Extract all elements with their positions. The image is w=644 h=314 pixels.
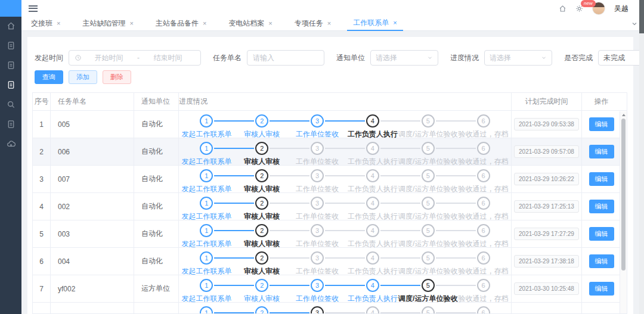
tab-2[interactable]: 主站备品备件×: [150, 17, 212, 31]
cell-index: 7: [33, 275, 51, 302]
progress-steps: 1发起工作联系单2审核人审核3工作单位签收4工作负责人执行5调度/运方单位验收6…: [179, 220, 511, 247]
progress-select[interactable]: 请选择: [484, 50, 552, 66]
sidebar-item-5[interactable]: [0, 115, 21, 135]
tab-4[interactable]: 专项任务×: [289, 17, 337, 31]
step-1: 1发起工作联系单: [179, 303, 234, 314]
cell-task-name: 007: [51, 166, 134, 192]
table-scrollbar-thumb[interactable]: [621, 119, 626, 271]
panel: 发起时间 开始时间 - 结束时间 任务单名 请输入: [27, 37, 633, 314]
search-button[interactable]: 查询: [35, 70, 63, 84]
tab-1[interactable]: 主站缺陷管理×: [76, 17, 139, 31]
cell-index: 3: [33, 166, 51, 192]
close-icon[interactable]: ×: [268, 20, 272, 27]
cell-index: [33, 303, 51, 314]
filter-notify-label: 通知单位: [336, 53, 365, 63]
filter-done-label: 是否完成: [564, 53, 593, 63]
step-number: 1: [200, 251, 213, 265]
tab-0[interactable]: 交接班×: [25, 17, 66, 31]
task-name: 007: [58, 175, 70, 184]
planned-time-tag: 2021-03-29 17:38:18: [514, 255, 579, 268]
logo-block: [0, 0, 21, 17]
filter-task-label: 任务单名: [213, 53, 242, 63]
progress-steps: 1发起工作联系单2审核人审核3工作单位签收4工作负责人执行5调度/运方单位验收6…: [179, 111, 511, 138]
sidebar-item-6[interactable]: [0, 135, 21, 154]
header-cell-label: 进度情况: [179, 97, 208, 107]
edit-button[interactable]: 编辑: [589, 172, 614, 186]
sidebar-item-1[interactable]: [0, 36, 21, 56]
tab-5[interactable]: 工作联系单×: [347, 17, 402, 31]
close-icon[interactable]: ×: [393, 20, 397, 26]
sidebar-item-4[interactable]: [0, 95, 21, 115]
add-button[interactable]: 添加: [69, 70, 97, 84]
filter-progress-label: 进度情况: [450, 53, 479, 63]
tab-bar: 交接班×主站缺陷管理×主站备品备件×变电站档案×专项任务×工作联系单×: [21, 17, 644, 31]
edit-button[interactable]: 编辑: [589, 200, 614, 213]
sidebar: [0, 0, 21, 314]
cell-progress: 1发起工作联系单2审核人审核3工作单位签收4工作负责人执行5调度/运方单位验收6…: [179, 111, 512, 138]
notify-unit-select[interactable]: 请选择: [370, 50, 438, 66]
step-number: 1: [200, 169, 213, 182]
cell-actions: 编辑: [582, 111, 621, 138]
sidebar-item-0[interactable]: [0, 17, 21, 36]
tab-label: 主站缺陷管理: [82, 18, 125, 29]
edit-button[interactable]: 编辑: [589, 117, 614, 131]
sidebar-menu: [0, 17, 21, 154]
table-scrollbar[interactable]: [620, 111, 627, 313]
page-scrollbar[interactable]: [639, 0, 644, 314]
step-number: 2: [255, 279, 268, 292]
tab-3[interactable]: 变电站档案×: [222, 17, 278, 31]
gear-icon[interactable]: new: [575, 5, 583, 13]
end-time-placeholder: 结束时间: [141, 53, 195, 63]
close-icon[interactable]: ×: [327, 20, 331, 27]
notify-unit: 自动化: [141, 147, 163, 157]
progress-steps: 1发起工作联系单2审核人审核3工作单位签收4工作负责人执行5调度/运方单位验收6…: [179, 303, 511, 314]
cell-actions: [582, 303, 621, 314]
notify-unit-placeholder: 请选择: [376, 53, 397, 63]
close-icon[interactable]: ×: [129, 20, 133, 27]
home-icon: [7, 21, 16, 32]
done-value: 未完成: [603, 53, 625, 63]
step-number: 6: [477, 142, 490, 155]
header-cell-label: 序号: [35, 97, 49, 107]
edit-button[interactable]: 编辑: [589, 254, 614, 268]
task-name: 004: [58, 257, 70, 266]
step-number: 3: [311, 279, 324, 292]
step-number: 3: [311, 142, 324, 155]
step-6: 6验收通过，存档: [456, 220, 511, 249]
done-select[interactable]: 未完成: [598, 50, 644, 66]
sidebar-item-3[interactable]: [0, 76, 21, 95]
scroll-up-arrow-icon[interactable]: [622, 114, 626, 116]
cell-progress: 1发起工作联系单2审核人审核3工作单位签收4工作负责人执行5调度/运方单位验收6…: [179, 275, 512, 302]
delete-button[interactable]: 删除: [103, 70, 131, 84]
date-range-input[interactable]: 开始时间 - 结束时间: [69, 50, 201, 66]
close-icon[interactable]: ×: [203, 20, 206, 27]
chevron-down-icon[interactable]: [631, 20, 638, 27]
page-scrollbar-thumb[interactable]: [639, 0, 644, 33]
step-6: 6验收通过，存档: [456, 275, 511, 304]
row-index: 2: [39, 148, 44, 156]
home-icon[interactable]: [559, 5, 566, 13]
step-number: 4: [366, 114, 379, 128]
edit-button[interactable]: 编辑: [589, 227, 614, 241]
new-badge: new: [581, 0, 596, 7]
row-index: 3: [39, 175, 44, 184]
edit-button[interactable]: 编辑: [589, 145, 614, 158]
menu-toggle-icon[interactable]: [29, 5, 38, 12]
cell-actions: 编辑: [582, 166, 621, 192]
cell-index: 4: [33, 193, 51, 220]
close-icon[interactable]: ×: [57, 20, 60, 27]
step-6: 6验收通过，存档: [456, 111, 511, 139]
cell-progress: 1发起工作联系单2审核人审核3工作单位签收4工作负责人执行5调度/运方单位验收6…: [179, 303, 512, 314]
sidebar-item-2[interactable]: [0, 56, 21, 76]
action-buttons: 查询 添加 删除: [32, 70, 627, 84]
step-number: 2: [255, 197, 268, 210]
planned-time-tag: 2021-03-29 17:25:13: [514, 200, 579, 213]
step-number: 5: [422, 197, 435, 210]
task-name-input[interactable]: 请输入: [247, 50, 324, 66]
username[interactable]: 吴越: [614, 4, 628, 14]
cell-task-name: 002: [51, 193, 134, 220]
task-name: 002: [58, 203, 70, 211]
cell-index: 5: [33, 220, 51, 247]
edit-button[interactable]: 编辑: [589, 282, 614, 296]
step-number: 6: [477, 306, 490, 314]
